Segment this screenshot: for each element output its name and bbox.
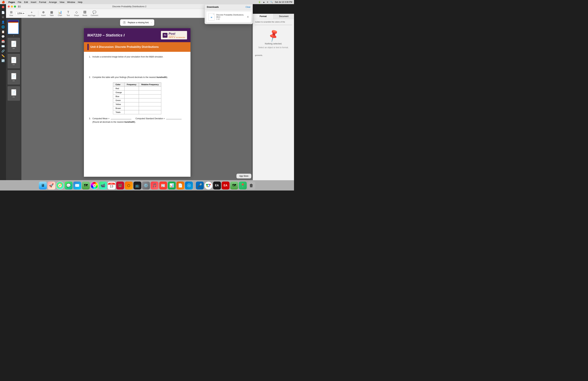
add-page-label: Add Page xyxy=(28,15,35,17)
table-icon: ▦ xyxy=(50,10,53,14)
dock-item-bear[interactable]: 🐻 xyxy=(116,181,124,189)
file-thumb-4[interactable]: 📄 link xyxy=(8,86,20,100)
menu-arrange[interactable]: Arrange xyxy=(49,1,57,3)
sidebar-icon-mail[interactable]: ✉️ xyxy=(1,45,5,48)
sidebar-icon-back[interactable]: ↩️ xyxy=(1,59,5,62)
menu-window[interactable]: Window xyxy=(67,1,75,3)
page-thumbnail-1[interactable] xyxy=(8,20,19,34)
menu-edit[interactable]: Edit xyxy=(24,1,28,3)
menu-help[interactable]: Help xyxy=(78,1,83,3)
table-cell-frequency xyxy=(124,110,139,114)
file-thumb-2[interactable]: 📄 link xyxy=(8,54,20,68)
toolbar-chart-button[interactable]: 📊 Chart xyxy=(56,10,64,17)
downloads-clear-button[interactable]: Clear xyxy=(246,6,251,8)
dock-item-facetime[interactable]: 📹 xyxy=(99,181,107,189)
sidebar-icon-chat[interactable]: 💬 xyxy=(1,35,5,38)
dock-item-maps2[interactable]: 🗺 xyxy=(230,181,238,189)
control-center-icon[interactable]: ≡ xyxy=(267,1,268,3)
dock-item-safari[interactable]: 🧭 xyxy=(56,181,64,189)
canvas-scrollbar[interactable] xyxy=(251,20,252,179)
table-header-frequency: Frequency xyxy=(124,83,139,87)
download-item-1: W Discrete Probability Distributions.doc… xyxy=(206,11,251,22)
replace-font-chevron-icon: › xyxy=(151,21,152,24)
toolbar-divider-1 xyxy=(38,11,38,16)
q3-computed-sd: Computed Standard Deviation = xyxy=(135,117,165,120)
post-logo-text-group: Post UNIVERSITY. ARTS & SCIENCES xyxy=(168,32,185,38)
q2-text: Complete this table with your findings (… xyxy=(92,76,156,78)
menu-view[interactable]: View xyxy=(60,1,64,3)
search-icon[interactable]: 🔍 xyxy=(270,1,273,3)
toolbar-media-button[interactable]: 🖼 Media xyxy=(81,10,89,17)
zoom-control[interactable]: 125% ▾ xyxy=(16,12,26,15)
table-cell-color: Green xyxy=(113,98,124,102)
dock-item-chrome[interactable] xyxy=(204,181,212,189)
sidebar-close-button[interactable] xyxy=(2,6,4,8)
dock-item-pages[interactable]: 📄 xyxy=(176,181,184,189)
file-icon-1: 📄 xyxy=(11,41,16,47)
menu-bar: 🍎 Pages File Edit Insert Format Arrange … xyxy=(0,0,294,4)
traffic-light-close[interactable] xyxy=(8,5,10,8)
menu-file[interactable]: File xyxy=(18,1,21,3)
dock-item-numbers[interactable]: 📊 xyxy=(168,181,176,189)
dock-item-mail[interactable]: ✉️ xyxy=(73,181,81,189)
toolbar-view-button[interactable]: ⊞ View xyxy=(7,10,15,17)
dock-item-appstore[interactable]: Ⓐ xyxy=(185,181,193,189)
toolbar-shape-button[interactable]: ◇ Shape xyxy=(73,10,81,17)
apple-menu[interactable]: 🍎 xyxy=(2,0,5,4)
menu-format[interactable]: Format xyxy=(39,1,46,3)
sidebar-icon-calendar[interactable]: 📅 xyxy=(1,40,5,43)
table-cell-color: Blue xyxy=(113,94,124,98)
dock-item-news[interactable]: 📰 xyxy=(159,181,167,189)
traffic-light-minimize[interactable] xyxy=(11,5,13,8)
sidebar-icon-building[interactable]: 🏛 xyxy=(1,16,5,19)
dock-item-calendar[interactable]: JUL 13 xyxy=(108,181,116,189)
traffic-light-maximize[interactable] xyxy=(14,5,16,8)
app-store-button[interactable]: App Store xyxy=(236,174,251,179)
tab-format[interactable]: Format xyxy=(253,14,273,19)
sidebar-icon-document[interactable]: 📄 xyxy=(1,11,5,14)
canvas-area[interactable]: ? Replace a missing font. › MAT220 – Sta… xyxy=(21,18,253,180)
dock-item-mindnode[interactable]: ⬡ xyxy=(125,181,133,189)
media-label: Media xyxy=(83,14,87,16)
table-row: Blue xyxy=(113,94,161,98)
file-thumb-3[interactable]: 📄 link xyxy=(8,70,20,84)
menu-app-name[interactable]: Pages xyxy=(8,1,15,3)
sidebar-icon-person[interactable]: 👤 xyxy=(1,20,5,24)
toolbar-text-button[interactable]: T Text xyxy=(64,10,72,17)
nothing-selected-hint: Select an object or text to format. xyxy=(258,46,289,49)
dock-item-messages[interactable]: 💬 xyxy=(65,181,73,189)
sidebar-icon-link[interactable]: 🔗 xyxy=(1,49,5,53)
dock-item-keynote[interactable]: 🎤 xyxy=(196,181,204,189)
toolbar-add-page-button[interactable]: ＋ Add Page xyxy=(26,9,37,17)
file-thumb-1[interactable]: 📄 link xyxy=(8,38,20,52)
dock-item-launchpad[interactable]: 🚀 xyxy=(47,181,55,189)
menu-insert[interactable]: Insert xyxy=(31,1,37,3)
tab-document[interactable]: Document xyxy=(273,14,294,19)
view-toggle-button[interactable] xyxy=(18,5,21,8)
dock-item-finder[interactable]: 🖥 xyxy=(39,181,47,189)
dock-item-trash[interactable]: 🗑 xyxy=(247,181,255,189)
comment-label: Comment xyxy=(91,14,98,16)
dock-item-maps[interactable]: 🗺 xyxy=(82,181,90,189)
doc-course-title: MAT220 – Statistics I xyxy=(87,33,125,38)
file-thumb-label-2: link xyxy=(13,64,15,65)
sidebar-icon-table[interactable]: 📋 xyxy=(1,30,5,33)
replace-font-notification[interactable]: ? Replace a missing font. › xyxy=(120,19,154,26)
dock-item-sysprefs[interactable]: ⚙️ xyxy=(142,181,150,189)
dock-item-music[interactable]: 🎵 xyxy=(151,181,159,189)
dock-item-tv[interactable]: 📺 xyxy=(133,181,141,189)
dock-item-ea[interactable]: EA xyxy=(213,181,221,189)
sidebar-icon-pen[interactable]: ✏️ xyxy=(1,54,5,57)
download-delete-button[interactable]: ✕ xyxy=(247,15,249,19)
table-row: Red xyxy=(113,87,161,90)
table-cell-frequency xyxy=(124,94,139,98)
dock-item-ea2[interactable]: EA xyxy=(222,181,230,189)
sidebar-icon-globe[interactable]: 🌐 xyxy=(1,25,5,29)
dock-item-photos[interactable]: 🌸 xyxy=(90,181,98,189)
toolbar-table-button[interactable]: ▦ Table xyxy=(48,10,56,17)
toolbar-insert-button[interactable]: ⊕ Insert xyxy=(40,10,47,17)
dock-item-maps3[interactable]: 📍 xyxy=(239,181,247,189)
table-row: Orange xyxy=(113,90,161,94)
toolbar-comment-button[interactable]: 💬 Comment xyxy=(89,10,100,17)
question-3: 3. Computed Mean = Computed Standard Dev… xyxy=(89,117,185,124)
